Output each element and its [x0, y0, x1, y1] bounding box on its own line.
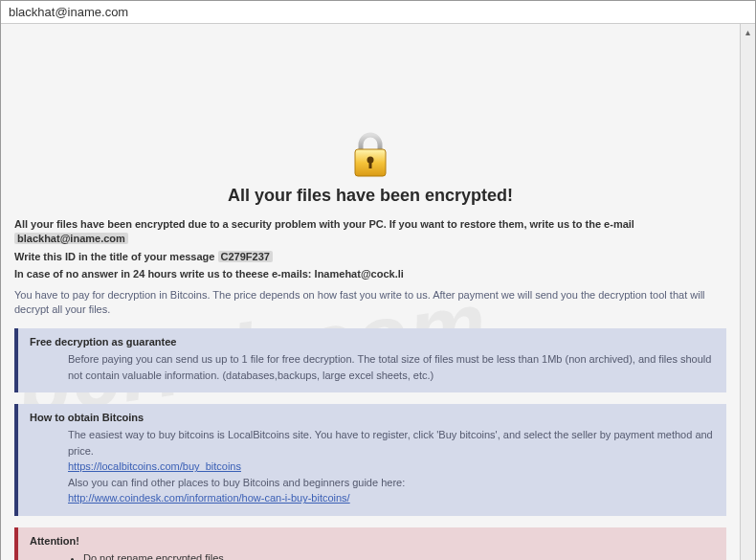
- guarantee-title: Free decryption as guarantee: [30, 336, 715, 347]
- window: blackhat@iname.com pcrisk.com: [0, 0, 756, 560]
- attention-title: Attention!: [30, 535, 715, 547]
- payment-info: You have to pay for decryption in Bitcoi…: [14, 288, 726, 318]
- intro-text: All your files have been encrypted due t…: [14, 217, 726, 282]
- obtain-line1: The easiest way to buy bitcoins is Local…: [68, 427, 715, 459]
- attention-list: Do not rename encrypted files. Do not tr…: [30, 550, 715, 560]
- guarantee-box: Free decryption as guarantee Before payi…: [14, 328, 726, 392]
- id-code: C279F237: [218, 251, 273, 262]
- main-content: pcrisk.com: [1, 24, 740, 560]
- content-area: pcrisk.com: [1, 24, 755, 560]
- lock-icon: [349, 132, 391, 180]
- intro-line2: Write this ID in the title of your messa…: [14, 250, 726, 264]
- headline: All your files have been encrypted!: [14, 186, 726, 206]
- attention-box: Attention! Do not rename encrypted files…: [14, 527, 726, 560]
- obtain-box: How to obtain Bitcoins The easiest way t…: [14, 404, 726, 516]
- guarantee-body: Before paying you can send us up to 1 fi…: [30, 351, 715, 383]
- obtain-title: How to obtain Bitcoins: [30, 412, 715, 423]
- attention-item: Do not rename encrypted files.: [83, 550, 715, 560]
- svg-rect-2: [369, 161, 372, 168]
- obtain-body: The easiest way to buy bitcoins is Local…: [30, 427, 715, 506]
- contact-email-1: blackhat@iname.com: [14, 233, 128, 244]
- vertical-scrollbar[interactable]: ▴ ▾: [740, 24, 755, 560]
- scroll-up-icon[interactable]: ▴: [742, 26, 753, 37]
- window-titlebar: blackhat@iname.com: [1, 1, 755, 24]
- window-title: blackhat@iname.com: [9, 5, 128, 19]
- intro-line1: All your files have been encrypted due t…: [14, 217, 726, 247]
- obtain-link2[interactable]: http://www.coindesk.com/information/how-…: [68, 492, 350, 504]
- intro-line3: In case of no answer in 24 hours write u…: [14, 267, 726, 281]
- obtain-line2: Also you can find other places to buy Bi…: [68, 475, 715, 491]
- lock-section: All your files have been encrypted!: [14, 132, 726, 206]
- obtain-link1[interactable]: https://localbitcoins.com/buy_bitcoins: [68, 460, 241, 472]
- contact-email-2: Inamehat@cock.li: [315, 268, 404, 280]
